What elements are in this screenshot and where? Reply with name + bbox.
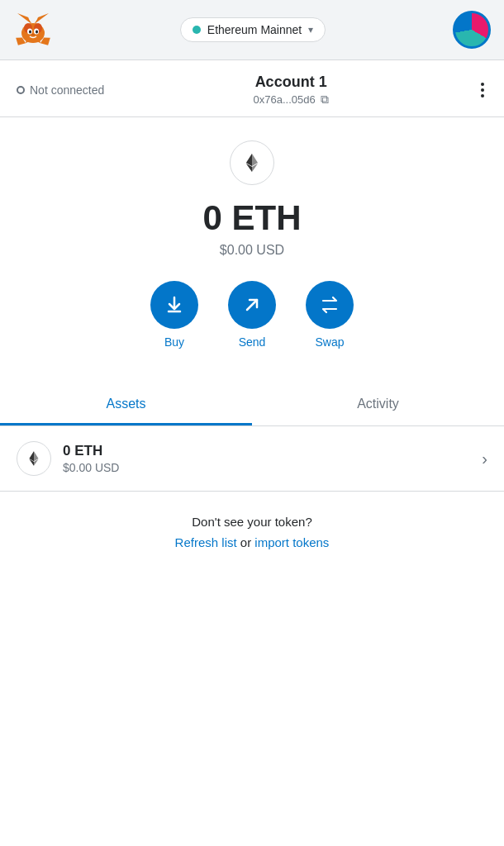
svg-line-24 [247,300,257,310]
asset-eth-icon [17,441,51,476]
refresh-list-link[interactable]: Refresh list [175,535,237,549]
swap-label: Swap [315,335,344,349]
asset-row-eth[interactable]: 0 ETH $0.00 USD › [0,426,504,492]
more-dot-3 [481,94,484,97]
svg-point-16 [36,31,38,34]
svg-point-17 [31,34,35,36]
network-selector[interactable]: Ethereum Mainnet ▾ [180,17,326,42]
token-or-text: or [240,535,255,549]
account-address-row: 0x76a...05d6 ⧉ [254,93,329,107]
buy-label: Buy [164,335,184,349]
send-button[interactable] [228,281,276,329]
usd-balance: $0.00 USD [220,243,284,258]
token-links-row: Refresh list or import tokens [17,535,487,549]
account-info-center: Account 1 0x76a...05d6 ⧉ [254,74,329,107]
not-connected-dot [17,86,25,94]
send-label: Send [239,335,266,349]
asset-eth-name: 0 ETH [63,443,482,459]
svg-point-15 [29,31,31,34]
not-connected-label: Not connected [30,83,104,97]
swap-button-wrap[interactable]: Swap [306,281,354,349]
action-buttons-row: Buy Send Swap [150,281,354,349]
eth-balance: 0 ETH [202,198,301,238]
buy-button[interactable] [150,281,198,329]
account-options-menu[interactable] [478,79,487,101]
tab-assets[interactable]: Assets [0,385,252,425]
more-dot-1 [481,83,484,86]
chevron-down-icon: ▾ [308,24,313,36]
asset-eth-usd: $0.00 USD [63,461,482,474]
account-name: Account 1 [254,74,329,91]
svg-marker-0 [36,13,49,23]
more-dot-2 [481,88,484,92]
connection-status: Not connected [17,83,104,97]
asset-eth-info: 0 ETH $0.00 USD [63,443,482,474]
tab-activity[interactable]: Activity [252,385,504,425]
swap-icon [320,295,340,315]
eth-asset-icon [25,449,43,468]
buy-button-wrap[interactable]: Buy [150,281,198,349]
account-avatar[interactable] [453,11,491,49]
header: Ethereum Mainnet ▾ [0,0,504,60]
network-name-label: Ethereum Mainnet [207,23,302,36]
send-icon [242,295,262,315]
eth-logo-circle [230,140,274,185]
token-section: Don't see your token? Refresh list or im… [0,492,504,563]
metamask-fox-logo[interactable] [13,10,53,50]
send-button-wrap[interactable]: Send [228,281,276,349]
account-bar: Not connected Account 1 0x76a...05d6 ⧉ [0,60,504,117]
balance-section: 0 ETH $0.00 USD Buy Send [0,117,504,375]
copy-address-icon[interactable]: ⧉ [321,93,329,107]
token-question-text: Don't see your token? [17,515,487,529]
main-tabs: Assets Activity [0,385,504,426]
network-status-dot [193,26,201,34]
svg-marker-1 [17,13,31,23]
swap-button[interactable] [306,281,354,329]
account-address-text: 0x76a...05d6 [254,93,316,106]
ethereum-icon [240,151,264,174]
assets-list: 0 ETH $0.00 USD › [0,426,504,492]
buy-icon [164,295,184,315]
import-tokens-link[interactable]: import tokens [254,535,329,549]
asset-row-chevron: › [482,449,487,468]
